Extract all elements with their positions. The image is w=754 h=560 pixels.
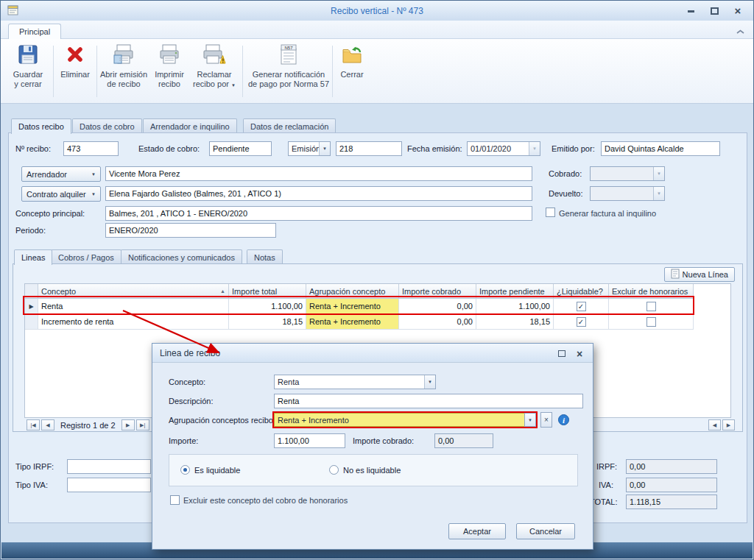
tab-datos-reclamacion[interactable]: Datos de reclamación: [243, 118, 336, 133]
subtab-cobros-pagos[interactable]: Cobros / Pagos: [51, 249, 121, 264]
dialog-descripcion-input[interactable]: Renta: [274, 394, 583, 408]
button-label: de pago por Norma 57: [248, 79, 329, 88]
dialog-close-button[interactable]: ×: [574, 348, 585, 359]
cell-concepto[interactable]: Incremento de renta: [38, 314, 229, 330]
new-line-button[interactable]: Nueva Línea: [664, 267, 735, 282]
checked-checkbox[interactable]: ✓: [577, 317, 586, 327]
info-icon[interactable]: i: [558, 414, 569, 425]
arrendador-input[interactable]: Vicente Mora Perez: [105, 166, 532, 181]
dialog-agrupacion-field[interactable]: Renta + Incremento ▼: [272, 411, 538, 428]
save-close-button[interactable]: Guardar y cerrar: [7, 43, 49, 100]
close-button[interactable]: ×: [731, 5, 744, 17]
printer-icon: [149, 43, 189, 68]
claim-receipt-button[interactable]: Reclamar recibo por ▼: [191, 43, 238, 100]
maximize-button[interactable]: [708, 5, 721, 17]
column-header-excluir[interactable]: Excluir de honorarios: [609, 284, 694, 299]
nav-last-icon[interactable]: ▶|: [136, 419, 149, 430]
cell-agrupacion[interactable]: Renta + Incremento: [306, 314, 399, 330]
subtab-notas[interactable]: Notas: [247, 249, 283, 264]
table-row[interactable]: Incremento de renta 18,15 Renta + Increm…: [25, 314, 694, 330]
no-es-liquidable-radio[interactable]: [329, 465, 339, 475]
cell-importe-total[interactable]: 18,15: [229, 314, 306, 330]
button-label: Imprimir: [155, 70, 184, 79]
unchecked-checkbox[interactable]: [646, 302, 656, 311]
dialog-importe-input[interactable]: 1.100,00: [274, 433, 345, 448]
emision-combo[interactable]: Emisión ▼: [288, 141, 331, 156]
cell-importe-total[interactable]: 1.100,00: [229, 299, 306, 314]
cell-agrupacion[interactable]: Renta + Incremento: [306, 299, 399, 314]
cobrado-combo[interactable]: ▼: [590, 166, 665, 181]
unchecked-checkbox[interactable]: [646, 317, 656, 327]
cell-importe-pendiente[interactable]: 18,15: [476, 314, 554, 330]
devuelto-combo[interactable]: ▼: [590, 186, 665, 201]
table-row[interactable]: ▶ Renta 1.100,00 Renta + Incremento 0,00…: [25, 299, 694, 314]
cell-liquidable: ✓: [554, 299, 609, 314]
collapse-ribbon-icon[interactable]: [736, 27, 744, 36]
new-line-label: Nueva Línea: [683, 270, 728, 279]
contrato-dropdown-button[interactable]: Contrato alquiler ▼: [21, 186, 101, 202]
chevron-down-icon[interactable]: ▼: [424, 375, 435, 389]
linea-de-recibo-dialog: Linea de recibo × Concepto: Renta ▼ Desc…: [152, 343, 593, 550]
dialog-concepto-combo[interactable]: Renta ▼: [274, 375, 436, 389]
norma57-button[interactable]: N57 Generar notificación de pago por Nor…: [247, 43, 331, 100]
tab-datos-de-cobro[interactable]: Datos de cobro: [72, 118, 142, 133]
fecha-emision-input[interactable]: 01/01/2020 ▼: [467, 141, 540, 156]
chevron-down-icon[interactable]: ▼: [319, 142, 330, 155]
cell-concepto[interactable]: Renta: [38, 299, 229, 314]
generar-factura-label: Generar factura al inquilino: [559, 209, 656, 218]
tab-datos-recibo[interactable]: Datos recibo: [11, 118, 71, 134]
dialog-maximize-button[interactable]: [556, 348, 568, 359]
dialog-agrupacion-value[interactable]: Renta + Incremento: [274, 413, 524, 427]
clear-field-button[interactable]: ×: [540, 412, 552, 428]
column-header-importe-pendiente[interactable]: Importe pendiente: [476, 284, 554, 299]
minimize-button[interactable]: [684, 5, 697, 17]
button-label: Reclamar: [197, 70, 231, 79]
subtab-lineas[interactable]: Lineas: [14, 249, 52, 265]
grid-header-row: Concepto ▲ Importe total Agrupación conc…: [25, 284, 694, 299]
toolbar-separator: [53, 46, 54, 97]
chevron-down-icon[interactable]: ▼: [524, 413, 536, 427]
emitido-por-input[interactable]: David Quintas Alcalde: [601, 141, 720, 156]
estado-cobro-input[interactable]: Pendiente: [209, 141, 272, 156]
scroll-left-icon[interactable]: ◀: [708, 419, 721, 430]
concepto-principal-input[interactable]: Balmes, 201 , ATICO 1 - ENERO/2020: [105, 206, 532, 221]
subtab-notificaciones[interactable]: Notificaciones y comunicados: [121, 249, 242, 264]
delete-button[interactable]: Eliminar: [57, 43, 94, 100]
column-header-agrupacion[interactable]: Agrupación concepto: [306, 284, 399, 299]
cell-importe-cobrado[interactable]: 0,00: [399, 314, 476, 330]
open-issue-button[interactable]: Abrir emisión de recibo: [99, 43, 148, 100]
generar-factura-checkbox[interactable]: [546, 208, 555, 217]
emision-num-input[interactable]: 218: [336, 141, 402, 156]
cell-importe-pendiente[interactable]: 1.100,00: [476, 299, 554, 314]
close-form-button[interactable]: Cerrar: [335, 43, 369, 100]
aceptar-button[interactable]: Aceptar: [448, 523, 506, 539]
contrato-input[interactable]: Elena Fajardo Galisteo (Balmes, 201 , AT…: [105, 186, 532, 201]
tipo-irpf-input[interactable]: [67, 459, 151, 474]
tab-principal[interactable]: Principal: [8, 24, 61, 40]
chevron-down-icon[interactable]: ▼: [529, 142, 540, 155]
excluir-honorarios-checkbox[interactable]: [170, 495, 180, 505]
dialog-importe-label: Importe:: [169, 436, 198, 445]
tipo-iva-input[interactable]: [67, 478, 151, 492]
checked-checkbox[interactable]: ✓: [577, 302, 586, 311]
button-label: recibo: [158, 79, 180, 88]
fecha-emision-label: Fecha emisión:: [407, 144, 462, 153]
periodo-input[interactable]: ENERO/2020: [105, 223, 276, 238]
column-header-importe-total[interactable]: Importe total: [229, 284, 306, 299]
scroll-right-icon[interactable]: ▶: [722, 419, 735, 430]
print-receipt-button[interactable]: Imprimir recibo: [149, 43, 189, 100]
column-header-concepto[interactable]: Concepto ▲: [38, 284, 229, 299]
es-liquidable-radio[interactable]: [180, 465, 190, 475]
tab-arrendador-inquilino[interactable]: Arrendador e inquilino: [143, 118, 237, 133]
nav-prev-icon[interactable]: ◀: [41, 419, 54, 430]
cancelar-button[interactable]: Cancelar: [516, 523, 575, 539]
num-recibo-input[interactable]: 473: [63, 141, 119, 156]
column-header-importe-cobrado[interactable]: Importe cobrado: [399, 284, 476, 299]
column-header-liquidable[interactable]: ¿Liquidable?: [554, 284, 609, 299]
nav-first-icon[interactable]: |◀: [27, 419, 40, 430]
cell-liquidable: ✓: [554, 314, 609, 330]
arrendador-dropdown-button[interactable]: Arrendador ▼: [21, 166, 101, 182]
nav-next-icon[interactable]: ▶: [121, 419, 135, 430]
dialog-title-bar[interactable]: Linea de recibo: [152, 344, 593, 363]
cell-importe-cobrado[interactable]: 0,00: [399, 299, 476, 314]
